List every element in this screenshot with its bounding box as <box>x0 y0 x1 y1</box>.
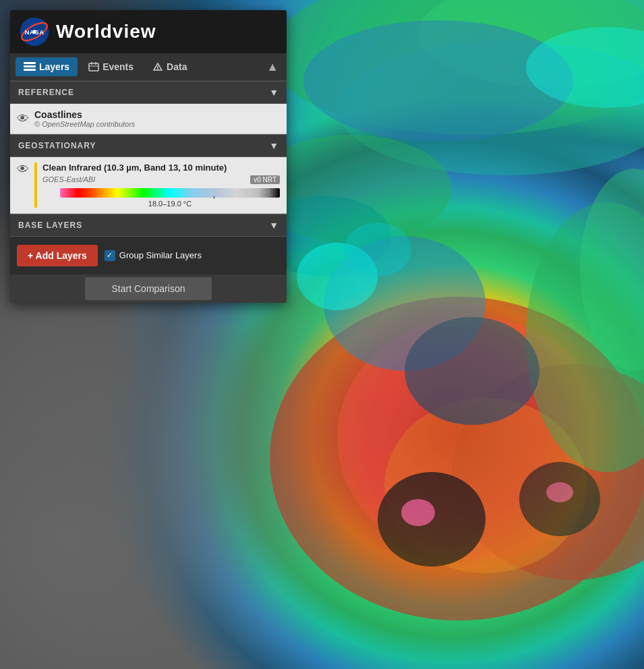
svg-rect-30 <box>24 69 36 71</box>
geostationary-title: GEOSTATIONARY <box>18 141 96 150</box>
base-layers-title: BASE LAYERS <box>18 221 82 230</box>
data-tab[interactable]: Data <box>144 57 195 76</box>
svg-point-27 <box>32 30 36 33</box>
version-badge: v0 NRT <box>250 175 280 184</box>
reference-section-header[interactable]: REFERENCE ▼ <box>10 81 287 104</box>
add-layers-button[interactable]: + Add Layers <box>17 245 98 266</box>
data-icon <box>152 62 163 71</box>
events-tab[interactable]: Events <box>80 57 142 76</box>
base-layers-content: + Add Layers ✓ Group Similar Layers Star… <box>10 237 287 303</box>
layers-tab[interactable]: Layers <box>16 57 78 76</box>
layers-icon <box>24 62 36 71</box>
infrared-layer: 👁 Clean Infrared (10.3 µm, Band 13, 10 m… <box>10 157 287 214</box>
yellow-indicator <box>34 163 37 208</box>
events-icon <box>88 62 99 71</box>
colorbar-container: 18.0–19.0 °C <box>60 188 280 208</box>
nasa-logo: NASA <box>20 17 49 47</box>
collapse-arrow[interactable]: ▲ <box>264 60 281 74</box>
comparison-row: Start Comparison <box>10 274 287 303</box>
coastlines-visibility-toggle[interactable]: 👁 <box>17 112 29 126</box>
group-similar-toggle[interactable]: ✓ Group Similar Layers <box>105 250 202 261</box>
reference-title: REFERENCE <box>18 88 74 97</box>
geostationary-chevron: ▼ <box>269 140 279 151</box>
reference-chevron: ▼ <box>269 87 279 98</box>
colorbar-range: 18.0–19.0 °C <box>60 200 280 208</box>
svg-rect-28 <box>24 62 36 64</box>
geostationary-section-header[interactable]: GEOSTATIONARY ▼ <box>10 134 287 157</box>
coastlines-layer-name: Coastlines <box>34 109 280 120</box>
toolbar: Layers Events Data ▲ <box>10 53 287 81</box>
colorbar-tick <box>214 196 214 199</box>
app-header: NASA Worldview <box>10 10 287 53</box>
base-layers-chevron: ▼ <box>269 220 279 231</box>
start-comparison-button[interactable]: Start Comparison <box>85 277 212 300</box>
svg-rect-29 <box>24 65 36 67</box>
app-title: Worldview <box>56 21 156 42</box>
base-layers-section-header[interactable]: BASE LAYERS ▼ <box>10 214 287 237</box>
svg-rect-31 <box>89 63 98 71</box>
group-similar-label: Group Similar Layers <box>119 250 202 260</box>
group-similar-checkbox[interactable]: ✓ <box>105 250 115 261</box>
infrared-layer-name: Clean Infrared (10.3 µm, Band 13, 10 min… <box>42 163 280 174</box>
colorbar <box>60 188 280 198</box>
coastlines-attribution: © OpenStreetMap contributors <box>34 120 280 128</box>
coastlines-layer: 👁 Coastlines © OpenStreetMap contributor… <box>10 104 287 134</box>
main-panel: NASA Worldview Layers Events <box>10 10 287 303</box>
infrared-source: GOES-East/ABI <box>42 175 95 183</box>
infrared-visibility-toggle[interactable]: 👁 <box>17 163 29 177</box>
